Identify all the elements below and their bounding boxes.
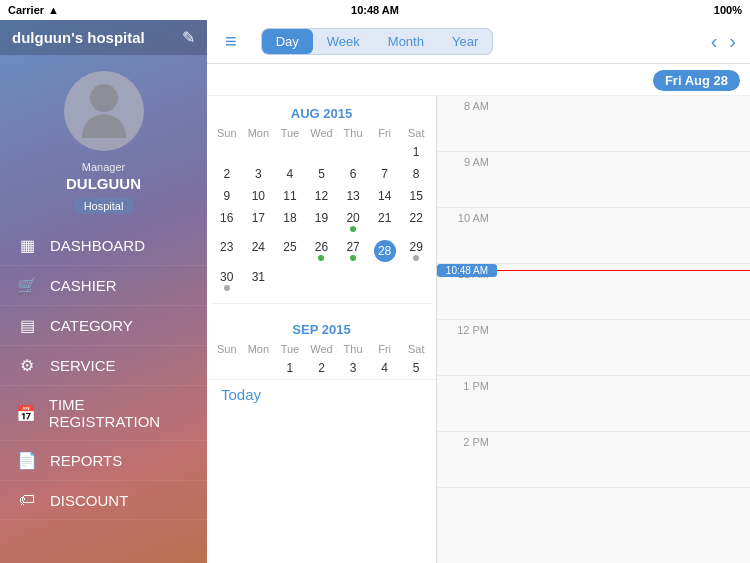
edit-icon[interactable]: ✎	[182, 28, 195, 47]
calendar-cell[interactable]: 19	[306, 207, 338, 236]
hospital-badge: Hospital	[74, 198, 134, 214]
status-bar: Carrier ▲ 10:48 AM 100%	[0, 0, 750, 20]
sidebar-item-label: TIME REGISTRATION	[49, 396, 193, 430]
user-role: Manager	[82, 161, 125, 173]
calendar-cell: 0	[337, 266, 369, 295]
tab-month[interactable]: Month	[374, 29, 438, 54]
calendar-cell[interactable]: 31	[243, 266, 275, 295]
calendar-month-header: AUG 2015	[207, 96, 436, 127]
calendar-cell[interactable]: 14	[369, 185, 401, 207]
calendar-cell: 0	[243, 141, 275, 163]
sidebar-item-reports[interactable]: 📄REPORTS	[0, 441, 207, 481]
calendar-cell[interactable]: 4	[369, 357, 401, 379]
calendar-dot	[350, 255, 356, 261]
cal-dow: Sun	[211, 127, 243, 139]
calendar-cell[interactable]: 2	[211, 163, 243, 185]
today-footer: Today	[207, 379, 436, 410]
calendar-cell[interactable]: 1	[400, 141, 432, 163]
cal-dow: Mon	[243, 343, 275, 355]
calendar-grid: 0000001234567891011121314151617181920212…	[207, 141, 436, 295]
tab-day[interactable]: Day	[262, 29, 313, 54]
calendar-dot	[318, 255, 324, 261]
calendar-cell: 0	[211, 141, 243, 163]
right-panel: ≡ DayWeekMonthYear ‹ › Fri Aug 28 AUG 20…	[207, 20, 750, 563]
calendar-cell[interactable]: 12	[306, 185, 338, 207]
current-time-line: 10:48 AM	[497, 264, 750, 277]
time-row: 1 PM	[437, 376, 750, 432]
time-label: 9 AM	[437, 152, 497, 168]
user-name: DULGUUN	[66, 175, 141, 192]
calendar-cell[interactable]: 15	[400, 185, 432, 207]
sidebar-item-time-registration[interactable]: 📅TIME REGISTRATION	[0, 386, 207, 441]
tab-year[interactable]: Year	[438, 29, 492, 54]
calendar-cell[interactable]: 24	[243, 236, 275, 266]
app-name: dulguun's hospital	[12, 29, 145, 46]
calendar-inner: AUG 2015SunMonTueWedThuFriSat00000012345…	[207, 96, 436, 379]
calendar-cell[interactable]: 1	[274, 357, 306, 379]
toolbar: ≡ DayWeekMonthYear ‹ ›	[207, 20, 750, 64]
content-area: AUG 2015SunMonTueWedThuFriSat00000012345…	[207, 96, 750, 563]
wifi-icon: ▲	[48, 4, 59, 16]
sidebar-item-category[interactable]: ▤CATEGORY	[0, 306, 207, 346]
calendar-cell[interactable]: 4	[274, 163, 306, 185]
today-label[interactable]: Today	[221, 386, 261, 403]
calendar-cell[interactable]: 6	[337, 163, 369, 185]
calendar-cell[interactable]: 20	[337, 207, 369, 236]
tab-week[interactable]: Week	[313, 29, 374, 54]
cal-dow: Thu	[337, 343, 369, 355]
sidebar-item-discount[interactable]: 🏷DISCOUNT	[0, 481, 207, 520]
calendar-cell[interactable]: 26	[306, 236, 338, 266]
calendar-cell[interactable]: 28	[369, 236, 401, 266]
hamburger-icon[interactable]: ≡	[217, 26, 245, 57]
time-row: 12 PM	[437, 320, 750, 376]
time-row: 9 AM	[437, 152, 750, 208]
sidebar-item-cashier[interactable]: 🛒CASHIER	[0, 266, 207, 306]
calendar-cell[interactable]: 29	[400, 236, 432, 266]
calendar-panel[interactable]: AUG 2015SunMonTueWedThuFriSat00000012345…	[207, 96, 437, 563]
sidebar-item-service[interactable]: ⚙SERVICE	[0, 346, 207, 386]
time-panel[interactable]: 8 AM9 AM10 AM11 AM10:48 AM12 PM1 PM2 PM	[437, 96, 750, 563]
category-icon: ▤	[14, 316, 40, 335]
calendar-cell[interactable]: 5	[306, 163, 338, 185]
calendar-cell[interactable]: 13	[337, 185, 369, 207]
calendar-cell[interactable]: 2	[306, 357, 338, 379]
calendar-cell[interactable]: 7	[369, 163, 401, 185]
time-row: 2 PM	[437, 432, 750, 488]
current-time-label: 10:48 AM	[437, 264, 497, 277]
calendar-cell[interactable]: 16	[211, 207, 243, 236]
time-row: 8 AM	[437, 96, 750, 152]
time-label: 8 AM	[437, 96, 497, 112]
calendar-cell[interactable]: 11	[274, 185, 306, 207]
calendar-cell[interactable]: 21	[369, 207, 401, 236]
cal-dow: Sat	[400, 127, 432, 139]
prev-arrow[interactable]: ‹	[707, 30, 722, 53]
next-arrow[interactable]: ›	[725, 30, 740, 53]
calendar-cell[interactable]: 30	[211, 266, 243, 295]
calendar-cell[interactable]: 9	[211, 185, 243, 207]
calendar-cell[interactable]: 25	[274, 236, 306, 266]
calendar-cell[interactable]: 17	[243, 207, 275, 236]
nav-arrows: ‹ ›	[707, 30, 740, 53]
time-label: 10 AM	[437, 208, 497, 224]
calendar-cell[interactable]: 23	[211, 236, 243, 266]
time-label: 12 PM	[437, 320, 497, 336]
sidebar-item-label: SERVICE	[50, 357, 116, 374]
calendar-cell[interactable]: 8	[400, 163, 432, 185]
calendar-cell[interactable]: 5	[400, 357, 432, 379]
calendar-cell[interactable]: 27	[337, 236, 369, 266]
sidebar-item-label: CATEGORY	[50, 317, 133, 334]
calendar-dot	[224, 285, 230, 291]
calendar-cell[interactable]: 10	[243, 185, 275, 207]
sidebar-item-dashboard[interactable]: ▦DASHBOARD	[0, 226, 207, 266]
dashboard-icon: ▦	[14, 236, 40, 255]
calendar-cell[interactable]: 22	[400, 207, 432, 236]
calendar-cell: 0	[211, 357, 243, 379]
date-header: Fri Aug 28	[207, 64, 750, 96]
avatar-body	[82, 114, 126, 138]
cal-dow: Wed	[306, 127, 338, 139]
calendar-grid: 0012345	[207, 357, 436, 379]
calendar-cell[interactable]: 3	[243, 163, 275, 185]
calendar-cell[interactable]: 18	[274, 207, 306, 236]
calendar-cell[interactable]: 3	[337, 357, 369, 379]
calendar-cell: 0	[337, 141, 369, 163]
